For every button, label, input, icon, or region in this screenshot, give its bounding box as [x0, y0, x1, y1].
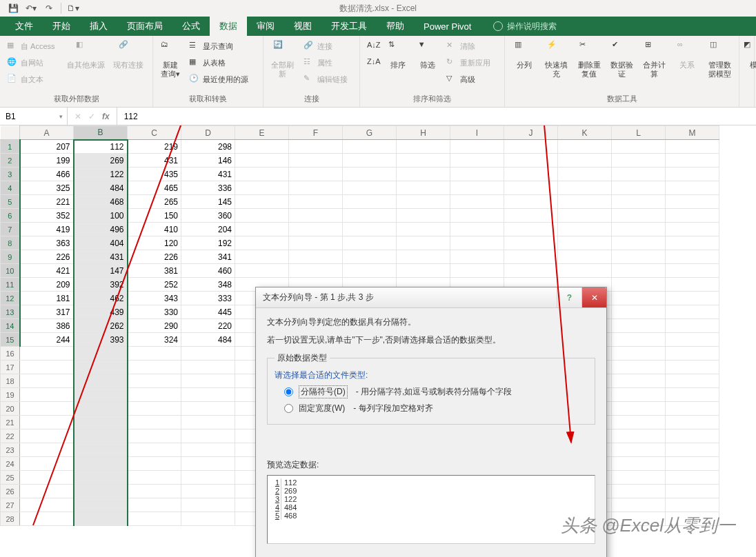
cell-L23[interactable] [612, 443, 666, 457]
tool-快速填充[interactable]: ⚡快速填充 [541, 39, 571, 79]
cell-C27[interactable] [128, 498, 181, 512]
cell-E6[interactable] [235, 209, 289, 223]
cell-A25[interactable] [20, 471, 74, 485]
cell-L5[interactable] [612, 195, 666, 209]
row-header-4[interactable]: 4 [1, 181, 20, 195]
cell-L21[interactable] [612, 416, 666, 429]
tool-关系[interactable]: ∞关系 [672, 39, 702, 70]
row-header-5[interactable]: 5 [1, 195, 20, 209]
tab-公式[interactable]: 公式 [172, 17, 210, 36]
tool-管理数据模型[interactable]: ◫管理数据模型 [705, 39, 735, 79]
cell-F6[interactable] [289, 209, 343, 223]
cell-A28[interactable] [20, 512, 74, 526]
cell-L6[interactable] [612, 209, 666, 223]
cell-B18[interactable] [74, 374, 128, 388]
cell-H2[interactable] [397, 154, 450, 168]
cell-C17[interactable] [128, 361, 181, 374]
cell-A8[interactable]: 363 [20, 236, 74, 250]
col-header-D[interactable]: D [181, 126, 235, 140]
cell-I3[interactable] [450, 168, 504, 181]
cell-B27[interactable] [74, 498, 128, 512]
cell-B16[interactable] [74, 347, 128, 361]
cell-I5[interactable] [450, 195, 504, 209]
cell-C5[interactable]: 265 [128, 195, 181, 209]
cell-L11[interactable] [612, 278, 666, 292]
recent-sources[interactable]: 🕑最近使用的源 [186, 72, 259, 87]
cell-K10[interactable] [558, 264, 612, 278]
cell-M16[interactable] [666, 347, 719, 361]
row-header-27[interactable]: 27 [1, 498, 20, 512]
cell-J9[interactable] [504, 250, 558, 264]
cell-L24[interactable] [612, 457, 666, 471]
cell-L22[interactable] [612, 429, 666, 443]
cell-D25[interactable] [181, 471, 235, 485]
cell-F4[interactable] [289, 181, 343, 195]
cell-M5[interactable] [666, 195, 719, 209]
cell-F7[interactable] [289, 223, 343, 236]
cell-D13[interactable]: 445 [181, 305, 235, 319]
row-header-3[interactable]: 3 [1, 168, 20, 181]
cell-M19[interactable] [666, 388, 719, 402]
cell-D24[interactable] [181, 457, 235, 471]
cell-B3[interactable]: 122 [74, 168, 128, 181]
tab-文件[interactable]: 文件 [6, 17, 43, 36]
sort-asc[interactable]: A↓Z [364, 39, 381, 54]
row-header-9[interactable]: 9 [1, 250, 20, 264]
cell-H9[interactable] [397, 250, 450, 264]
row-header-15[interactable]: 15 [1, 333, 20, 347]
cell-D4[interactable]: 336 [181, 181, 235, 195]
cell-B1[interactable]: 112 [74, 140, 128, 154]
cell-D27[interactable] [181, 498, 235, 512]
cell-E8[interactable] [235, 236, 289, 250]
connections[interactable]: 🔗连接 [301, 39, 355, 54]
cell-D20[interactable] [181, 402, 235, 416]
cell-A1[interactable]: 207 [20, 140, 74, 154]
cell-D17[interactable] [181, 361, 235, 374]
dialog-close-button[interactable]: ✕ [581, 287, 606, 307]
filter[interactable]: ▼筛选 [414, 39, 441, 70]
row-header-14[interactable]: 14 [1, 319, 20, 333]
cell-C19[interactable] [128, 388, 181, 402]
cell-C9[interactable]: 226 [128, 250, 181, 264]
cell-A17[interactable] [20, 361, 74, 374]
cell-C4[interactable]: 465 [128, 181, 181, 195]
mosaic-truncated[interactable]: ◩模 [744, 39, 756, 70]
from-other-sources[interactable]: ◧自其他来源 [65, 39, 106, 70]
cell-J1[interactable] [504, 140, 558, 154]
cell-B24[interactable] [74, 457, 128, 471]
cell-K3[interactable] [558, 168, 612, 181]
cell-M14[interactable] [666, 319, 719, 333]
cell-M20[interactable] [666, 402, 719, 416]
row-header-18[interactable]: 18 [1, 374, 20, 388]
cell-M11[interactable] [666, 278, 719, 292]
row-header-26[interactable]: 26 [1, 485, 20, 498]
cell-M24[interactable] [666, 457, 719, 471]
qat-undo[interactable]: ↶▾ [25, 2, 37, 14]
cell-I10[interactable] [450, 264, 504, 278]
cell-B2[interactable]: 269 [74, 154, 128, 168]
properties[interactable]: ☷属性 [301, 55, 355, 70]
col-header-H[interactable]: H [397, 126, 450, 140]
sort-desc[interactable]: Z↓A [364, 55, 381, 70]
col-header-K[interactable]: K [558, 126, 612, 140]
cell-M6[interactable] [666, 209, 719, 223]
tool-数据验证[interactable]: ✔数据验证 [607, 39, 637, 79]
cell-D11[interactable]: 348 [181, 278, 235, 292]
clear-filter[interactable]: ✕清除 [444, 39, 500, 54]
cell-D2[interactable]: 146 [181, 154, 235, 168]
cell-A15[interactable]: 244 [20, 333, 74, 347]
cell-I8[interactable] [450, 236, 504, 250]
cell-D1[interactable]: 298 [181, 140, 235, 154]
cell-E4[interactable] [235, 181, 289, 195]
row-header-24[interactable]: 24 [1, 457, 20, 471]
cell-D5[interactable]: 145 [181, 195, 235, 209]
cell-H7[interactable] [397, 223, 450, 236]
cell-A26[interactable] [20, 485, 74, 498]
cell-A24[interactable] [20, 457, 74, 471]
col-header-L[interactable]: L [612, 126, 666, 140]
tab-插入[interactable]: 插入 [80, 17, 117, 36]
cell-M17[interactable] [666, 361, 719, 374]
cell-K5[interactable] [558, 195, 612, 209]
cell-C23[interactable] [128, 443, 181, 457]
cell-K8[interactable] [558, 236, 612, 250]
